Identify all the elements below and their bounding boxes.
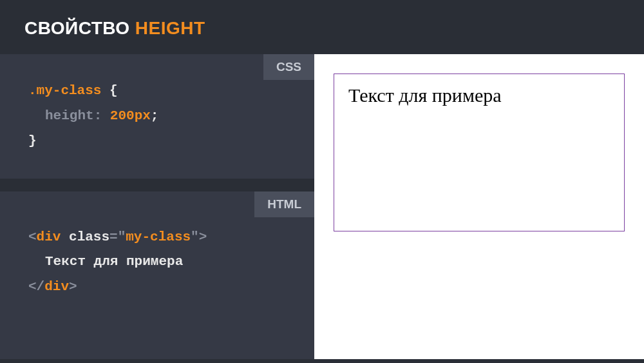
preview-text: Текст для примера [348,83,610,108]
css-code-block: CSS .my-class { height: 200px; } [0,54,314,179]
open-tag: div [37,230,61,244]
preview-box: Текст для примера [334,74,625,231]
html-label: HTML [254,191,314,217]
css-value: 200px [110,108,151,123]
code-column: CSS .my-class { height: 200px; } HTML <d… [0,54,314,359]
open-lt: < [28,230,37,244]
slide-header: СВОЙСТВО HEIGHT [0,0,644,54]
attr-value: my-class [126,230,191,244]
css-code: .my-class { height: 200px; } [28,79,290,154]
title-prefix: СВОЙСТВО [24,18,135,38]
css-label: CSS [263,54,314,80]
css-brace-close: } [28,133,37,148]
attr-quote-open: " [118,230,126,244]
html-text: Текст для примера [28,250,183,275]
open-gt: > [199,230,207,244]
css-property: height [45,108,94,123]
css-selector: .my-class [28,83,101,98]
html-code-block: HTML <div class="my-class"> Текст для пр… [0,191,314,359]
css-semicolon: ; [151,108,159,123]
attr-quote-close: " [191,230,199,244]
html-code: <div class="my-class"> Текст для примера… [28,225,290,300]
attr-name: class [69,230,109,244]
close-lt: </ [28,279,44,294]
title-accent: HEIGHT [135,18,205,38]
css-colon: : [94,108,102,123]
close-gt: > [69,279,77,294]
attr-eq: = [109,230,118,244]
css-brace-open: { [109,83,118,98]
preview-column: Текст для примера [314,54,644,359]
close-tag: div [44,279,69,294]
slide-title: СВОЙСТВО HEIGHT [24,18,620,39]
slide-content: CSS .my-class { height: 200px; } HTML <d… [0,54,644,359]
